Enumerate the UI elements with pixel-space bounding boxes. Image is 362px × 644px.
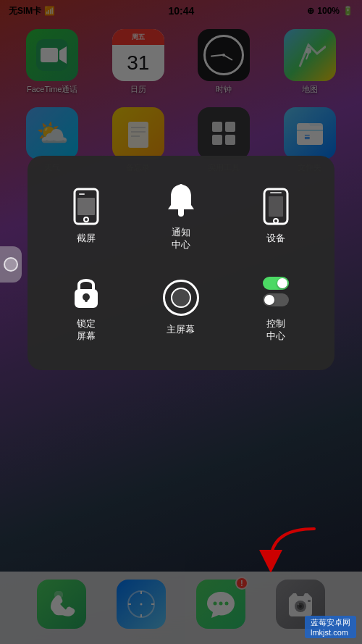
toggle-track-2: [263, 293, 289, 306]
svg-rect-18: [79, 193, 85, 195]
lock-label: 锁定 屏幕: [77, 318, 96, 343]
control-icon: [256, 272, 296, 312]
device-icon: [256, 186, 296, 227]
assistive-touch-button[interactable]: [0, 246, 22, 283]
toggle-row-2: [263, 293, 289, 306]
assistive-touch-panel: 截屏 通知 中心: [28, 156, 334, 370]
panel-device[interactable]: 设备: [248, 176, 303, 255]
svg-point-23: [179, 184, 183, 188]
device-label: 设备: [266, 233, 285, 245]
svg-point-20: [84, 217, 88, 222]
watermark-url: lmkjst.com: [311, 628, 348, 637]
panel-control[interactable]: 控制 中心: [248, 262, 303, 353]
panel-screenshot[interactable]: 截屏: [59, 176, 114, 255]
panel-grid: 截屏 通知 中心: [39, 170, 323, 353]
toggle-track-1: [263, 277, 289, 290]
home-button-outer: [163, 280, 199, 316]
toggle-row-1: [263, 277, 289, 290]
svg-rect-22: [178, 209, 184, 214]
panel-notification[interactable]: 通知 中心: [153, 170, 209, 262]
home-icon: [161, 277, 201, 318]
toggle-thumb-1: [277, 278, 287, 288]
lock-icon: [66, 272, 106, 312]
control-label: 控制 中心: [266, 318, 285, 343]
svg-rect-30: [85, 297, 88, 302]
red-arrow: [256, 522, 321, 575]
svg-rect-25: [270, 192, 282, 193]
watermark: 蓝莓安卓网 lmkjst.com: [305, 616, 356, 638]
svg-rect-27: [269, 196, 283, 217]
notification-icon: [161, 180, 201, 221]
home-label: 主屏幕: [167, 324, 195, 336]
assistive-btn-inner: [4, 257, 18, 272]
watermark-text: 蓝莓安卓网: [311, 618, 350, 627]
panel-home[interactable]: 主屏幕: [153, 267, 209, 346]
panel-lock[interactable]: 锁定 屏幕: [59, 262, 114, 353]
screenshot-label: 截屏: [77, 233, 96, 245]
notification-label: 通知 中心: [172, 227, 190, 251]
screenshot-icon: [66, 186, 106, 227]
svg-rect-19: [77, 198, 95, 215]
home-button-inner: [171, 288, 191, 308]
svg-point-26: [274, 219, 278, 223]
toggle-thumb-2: [264, 295, 274, 305]
